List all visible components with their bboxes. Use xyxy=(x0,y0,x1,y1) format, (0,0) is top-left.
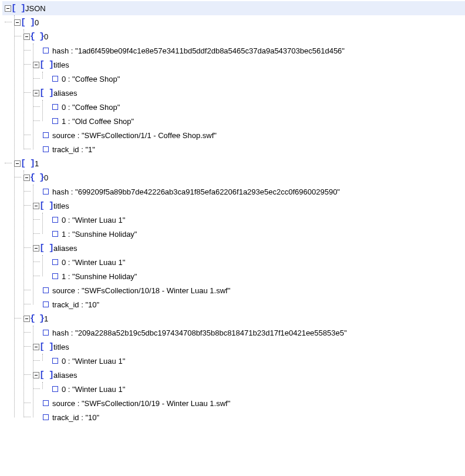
collapse-icon[interactable] xyxy=(14,19,21,26)
value-icon xyxy=(43,330,49,336)
spacer xyxy=(33,189,39,195)
colon: : xyxy=(66,117,72,126)
collapse-icon[interactable] xyxy=(33,203,39,209)
source-field: source : "SWFsCollection/10/19 - Winter … xyxy=(52,399,230,408)
leaf-node: 0 : "Coffee Shop" xyxy=(40,100,465,114)
array-icon: [ ] xyxy=(42,202,51,210)
collapse-icon[interactable] xyxy=(23,175,30,181)
tree-row[interactable]: 0 : "Winter Luau 1" xyxy=(40,213,465,227)
spacer xyxy=(42,259,49,266)
tree-row[interactable]: source : "SWFsCollection/10/18 - Winter … xyxy=(31,283,465,297)
tree-row[interactable]: [ ] aliases xyxy=(31,241,465,255)
tree-row[interactable]: 0 : "Coffee Shop" xyxy=(40,100,465,114)
value-icon xyxy=(52,118,58,124)
alias-item: 0 : "Coffee Shop" xyxy=(62,103,120,112)
tree-row[interactable]: [ ] aliases xyxy=(31,368,465,382)
field-value: "SWFsCollection/10/19 - Winter Luau 1.sw… xyxy=(82,399,230,408)
leaf-node: source : "SWFsCollection/10/18 - Winter … xyxy=(31,283,465,297)
field-value: "209a2288a52b19c5dbc197434708bf35b8bc818… xyxy=(75,328,347,337)
field-value: "Winter Luau 1" xyxy=(72,385,125,394)
colon: : xyxy=(66,216,72,224)
tree-row[interactable]: [ ] titles xyxy=(31,199,465,213)
tree-row[interactable]: [ ] aliases xyxy=(31,86,465,100)
collapse-icon[interactable] xyxy=(23,316,30,322)
value-icon xyxy=(52,386,58,392)
colon: : xyxy=(66,75,72,83)
object-icon: { } xyxy=(32,32,42,41)
field-key: track_id xyxy=(52,145,79,154)
leaf-node: 0 : "Winter Luau 1" xyxy=(40,354,465,368)
tree-row[interactable]: source : "SWFsCollection/10/19 - Winter … xyxy=(31,396,465,410)
tree-row[interactable]: { } 0 xyxy=(21,29,465,43)
collapse-icon[interactable] xyxy=(23,33,30,40)
source-field: source : "SWFsCollection/10/18 - Winter … xyxy=(52,286,230,295)
tree-row[interactable]: hash : "1ad6f459be09f4c1e8e57e3411bd5ddf… xyxy=(31,43,465,58)
tree-row[interactable]: 0 : "Coffee Shop" xyxy=(40,72,465,86)
collapse-icon[interactable] xyxy=(33,245,39,252)
tree-row[interactable]: track_id : "1" xyxy=(31,142,465,156)
spacer xyxy=(42,231,49,237)
leaf-node: 0 : "Winter Luau 1" xyxy=(40,382,465,396)
tree-row[interactable]: 0 : "Winter Luau 1" xyxy=(40,354,465,368)
tree-row[interactable]: 0 : "Winter Luau 1" xyxy=(40,382,465,396)
collapse-icon[interactable] xyxy=(33,90,39,96)
tree-row[interactable]: { } 0 xyxy=(21,170,465,185)
tree-row[interactable]: 1 : "Old Coffee Shop" xyxy=(40,114,465,128)
tree-row[interactable]: 1 : "Sunshine Holiday" xyxy=(40,269,465,283)
array-icon: [ ] xyxy=(23,159,32,167)
aliases-label: aliases xyxy=(53,244,77,253)
root-row[interactable]: [ ] JSON xyxy=(2,1,465,15)
colon: : xyxy=(79,413,86,422)
collapse-icon[interactable] xyxy=(33,62,39,68)
value-icon xyxy=(43,301,49,307)
tree-row[interactable]: hash : "209a2288a52b19c5dbc197434708bf35… xyxy=(31,326,465,340)
trackid-field: track_id : "1" xyxy=(52,145,95,154)
item-key: 1 xyxy=(35,159,39,168)
alias-item: 1 : "Old Coffee Shop" xyxy=(62,117,134,126)
collapse-icon[interactable] xyxy=(14,160,21,167)
field-key: track_id xyxy=(52,300,79,309)
spacer xyxy=(42,386,49,393)
spacer xyxy=(42,118,49,125)
tree-row[interactable]: source : "SWFsCollection/1/1 - Coffee Sh… xyxy=(31,128,465,142)
field-value: "Sunshine Holiday" xyxy=(72,272,137,281)
tree-row[interactable]: [ ] titles xyxy=(31,58,465,72)
field-value: "Sunshine Holiday" xyxy=(72,230,137,239)
spacer xyxy=(42,76,49,82)
title-item: 0 : "Winter Luau 1" xyxy=(62,216,125,224)
leaf-node: track_id : "10" xyxy=(31,297,465,311)
leaf-node: hash : "699209f5a89bb7de42226ab3ca91f85e… xyxy=(31,185,465,199)
tree-row[interactable]: track_id : "10" xyxy=(31,297,465,311)
colon: : xyxy=(75,286,82,295)
field-value: "Coffee Shop" xyxy=(72,103,120,112)
spacer xyxy=(33,301,39,308)
tree-row[interactable]: [ ] 0 xyxy=(12,15,465,29)
item-key: 0 xyxy=(44,32,48,41)
field-value: "Winter Luau 1" xyxy=(72,357,125,366)
collapse-icon[interactable] xyxy=(5,5,11,12)
spacer xyxy=(42,104,49,110)
tree-row[interactable]: 0 : "Winter Luau 1" xyxy=(40,255,465,269)
tree-row[interactable]: 1 : "Sunshine Holiday" xyxy=(40,227,465,241)
tree-row[interactable]: track_id : "10" xyxy=(31,410,465,424)
field-value: "Winter Luau 1" xyxy=(72,216,125,224)
leaf-node: source : "SWFsCollection/1/1 - Coffee Sh… xyxy=(31,128,465,142)
value-icon xyxy=(43,146,49,152)
leaf-node: hash : "209a2288a52b19c5dbc197434708bf35… xyxy=(31,326,465,340)
colon: : xyxy=(66,103,72,112)
tree-row[interactable]: { } 1 xyxy=(21,311,465,326)
tree-row[interactable]: [ ] titles xyxy=(31,340,465,354)
aliases-node: [ ] aliases 0 : xyxy=(31,241,465,283)
field-value: "1ad6f459be09f4c1e8e57e3411bd5ddf2db8a54… xyxy=(75,46,345,55)
leaf-node: 0 : "Winter Luau 1" xyxy=(40,213,465,227)
colon: : xyxy=(79,300,86,309)
titles-label: titles xyxy=(53,61,69,69)
collapse-icon[interactable] xyxy=(33,372,39,378)
tree-row[interactable]: [ ] 1 xyxy=(12,156,465,170)
leaf-node: 0 : "Coffee Shop" xyxy=(40,72,465,86)
colon: : xyxy=(69,46,75,55)
tree-row[interactable]: hash : "699209f5a89bb7de42226ab3ca91f85e… xyxy=(31,185,465,199)
collapse-icon[interactable] xyxy=(33,344,39,350)
titles-node: [ ] titles 0 : xyxy=(31,58,465,86)
value-icon xyxy=(52,231,58,237)
